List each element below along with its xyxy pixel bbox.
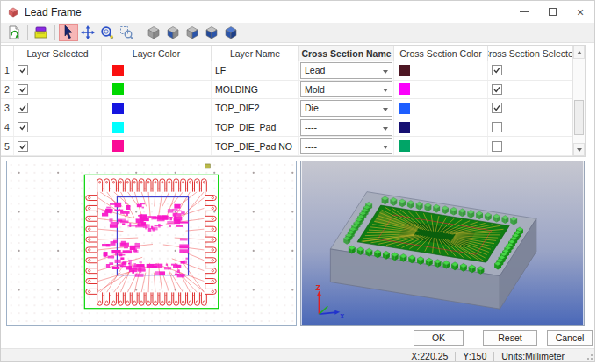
cross-section-dropdown[interactable]: Die — [300, 100, 392, 117]
cross-section-color-swatch[interactable] — [399, 122, 410, 133]
view-cube-1-button[interactable] — [144, 24, 163, 41]
maximize-icon — [549, 8, 557, 16]
chevron-down-icon — [383, 70, 388, 74]
cross-section-selected-checkbox[interactable] — [492, 122, 502, 132]
cross-section-dropdown[interactable]: ---- — [300, 138, 392, 154]
scrollbar-thumb[interactable] — [574, 100, 584, 135]
check-icon — [18, 103, 27, 112]
3d-preview-view[interactable]: Zx — [300, 161, 585, 326]
cross-section-dropdown-value: Die — [305, 103, 319, 113]
chevron-down-icon — [383, 127, 388, 131]
layer-name-cell: LF — [212, 61, 299, 80]
view-cube-2-button[interactable] — [163, 24, 183, 41]
reload-file-button[interactable] — [4, 24, 24, 41]
cross-section-dropdown[interactable]: Lead — [300, 62, 392, 79]
cross-section-name-cell: ---- — [299, 118, 394, 137]
layer-color-cell — [102, 137, 212, 155]
cross-section-dropdown[interactable]: Mold — [300, 81, 392, 97]
column-header-layer-color[interactable]: Layer Color — [102, 46, 212, 61]
row-number[interactable]: 3 — [1, 99, 14, 118]
toolbar-separator — [54, 25, 55, 40]
layer-color-cell — [102, 118, 212, 137]
layer-color-swatch[interactable] — [112, 83, 124, 95]
status-units: Units:Millimeter — [501, 351, 565, 361]
close-icon: × — [577, 5, 584, 19]
layer-color-swatch[interactable] — [112, 140, 124, 152]
cross-section-selected-checkbox[interactable] — [492, 84, 502, 95]
row-number[interactable]: 1 — [1, 61, 14, 80]
pan-tool-button[interactable] — [78, 24, 97, 41]
row-number[interactable]: 4 — [1, 118, 14, 137]
column-header-cross-section-selected[interactable]: Cross Section Selected — [488, 46, 573, 61]
maximize-button[interactable] — [538, 1, 566, 23]
cross-section-color-swatch[interactable] — [399, 103, 410, 114]
row-number[interactable]: 2 — [1, 81, 14, 99]
table-row: 3TOP_DIE2Die — [1, 99, 573, 118]
zoom-tool-button[interactable] — [97, 24, 117, 41]
view-cube-3-button[interactable] — [183, 24, 202, 41]
cross-section-color-cell — [394, 61, 488, 80]
resize-grip[interactable] — [584, 351, 593, 360]
cross-section-selected-checkbox[interactable] — [492, 65, 502, 75]
check-icon — [493, 103, 501, 112]
layer-selected-checkbox[interactable] — [18, 141, 28, 152]
cross-section-color-swatch[interactable] — [399, 140, 410, 152]
row-number[interactable]: 5 — [1, 137, 14, 155]
table-row: 4TOP_DIE_Pad---- — [1, 118, 573, 138]
layer-selected-cell — [14, 137, 102, 155]
view-cube-4-button[interactable] — [202, 24, 221, 41]
svg-text:x: x — [340, 311, 344, 320]
table-row: 2MOLDINGMold — [1, 81, 573, 100]
layer-selected-cell — [14, 61, 102, 80]
layer-selected-checkbox[interactable] — [18, 65, 28, 75]
scroll-down-button[interactable] — [573, 143, 585, 156]
cross-section-color-swatch[interactable] — [399, 83, 410, 95]
column-header-layer-name[interactable]: Layer Name — [212, 46, 299, 61]
cross-section-selected-cell — [488, 118, 573, 137]
reload-file-icon — [6, 25, 22, 40]
layer-color-swatch[interactable] — [112, 65, 124, 76]
cross-section-name-cell: Die — [299, 99, 394, 118]
cross-section-selected-checkbox[interactable] — [492, 141, 502, 152]
layer-color-swatch[interactable] — [112, 122, 124, 133]
layer-selected-checkbox[interactable] — [18, 103, 28, 113]
cross-section-name-cell: Lead — [299, 61, 394, 80]
column-header-cross-section-name[interactable]: Cross Section Name — [299, 46, 394, 61]
cross-section-selected-checkbox[interactable] — [492, 103, 502, 113]
scroll-up-button[interactable] — [573, 46, 585, 59]
column-header-cross-section-color[interactable]: Cross Section Color — [394, 46, 488, 61]
select-tool-button[interactable] — [59, 24, 78, 41]
close-button[interactable]: × — [566, 1, 594, 23]
cross-section-color-swatch[interactable] — [399, 65, 410, 76]
view-cube-5-button[interactable] — [221, 24, 241, 41]
cross-section-color-cell — [394, 81, 488, 99]
cube-front-icon — [204, 25, 219, 40]
layer-selected-checkbox[interactable] — [18, 84, 28, 95]
column-header-layer-selected[interactable]: Layer Selected — [14, 46, 102, 61]
cube-bottom-icon — [165, 25, 181, 40]
reset-button[interactable]: Reset — [483, 330, 537, 346]
cross-section-selected-cell — [488, 99, 573, 118]
window-title: Lead Frame — [25, 6, 82, 18]
table-scrollbar[interactable] — [572, 46, 585, 156]
status-x: X:220.25 — [411, 351, 448, 361]
minimize-button[interactable] — [510, 1, 538, 23]
status-separator — [493, 352, 494, 361]
minimize-icon — [520, 11, 529, 12]
scroll-down-icon — [577, 148, 582, 152]
2d-layout-view[interactable] — [6, 161, 297, 326]
layers-button[interactable] — [32, 24, 51, 41]
zoom-window-button[interactable] — [117, 24, 136, 41]
layer-selected-checkbox[interactable] — [18, 122, 28, 132]
layer-name-cell: TOP_DIE_Pad NO — [212, 137, 299, 155]
check-icon — [493, 85, 501, 94]
cancel-button[interactable]: Cancel — [547, 330, 593, 346]
chevron-down-icon — [383, 146, 388, 149]
layers-icon — [33, 25, 49, 40]
ok-button[interactable]: OK — [414, 330, 464, 346]
layer-color-swatch[interactable] — [112, 103, 124, 114]
chevron-down-icon — [383, 89, 388, 92]
status-separator — [455, 352, 456, 361]
cross-section-dropdown[interactable]: ---- — [300, 119, 392, 136]
cross-section-selected-cell — [488, 61, 573, 80]
